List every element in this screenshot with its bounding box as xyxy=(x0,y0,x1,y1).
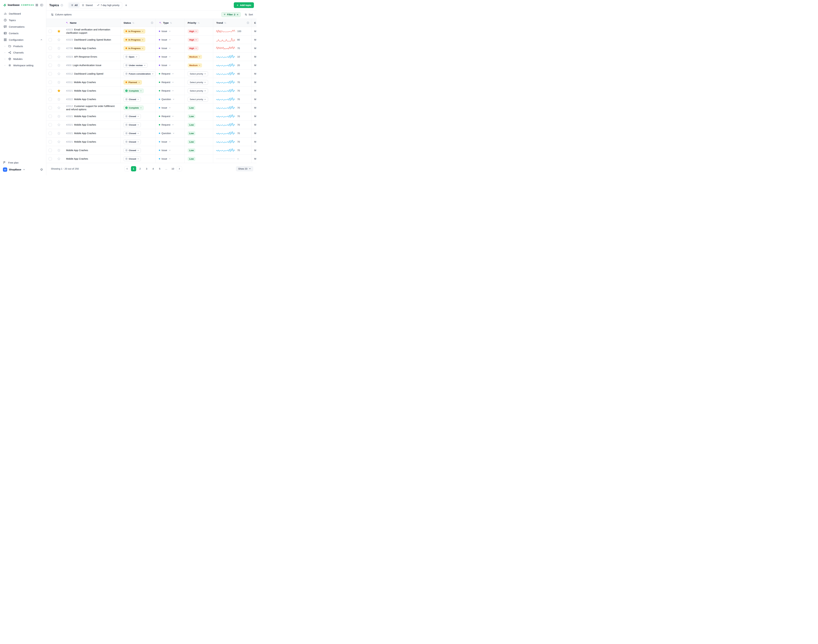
sort-arrows-icon[interactable] xyxy=(198,22,200,24)
column-header-priority[interactable]: Priority xyxy=(184,19,213,27)
topic-title[interactable]: Login Authentication Issue xyxy=(73,64,101,67)
type-dropdown[interactable]: Request xyxy=(159,72,174,75)
sort-arrows-icon[interactable] xyxy=(132,22,135,24)
star-toggle-icon[interactable] xyxy=(57,132,61,135)
status-dropdown[interactable]: Future consideration xyxy=(124,72,155,76)
type-dropdown[interactable]: Issue xyxy=(159,149,171,152)
star-toggle-icon[interactable] xyxy=(57,38,61,41)
type-dropdown[interactable]: Request xyxy=(159,115,174,118)
priority-dropdown[interactable]: Medium xyxy=(188,63,202,67)
type-dropdown[interactable]: Request xyxy=(159,89,174,92)
priority-dropdown[interactable]: High xyxy=(188,29,199,33)
table-row[interactable]: #2012 Customer support for order fulfill… xyxy=(46,104,256,112)
status-dropdown[interactable]: Complete xyxy=(124,106,144,110)
collapse-sidebar-icon[interactable] xyxy=(40,4,43,6)
priority-dropdown[interactable]: Low xyxy=(188,106,195,110)
row-checkbox[interactable] xyxy=(49,123,52,126)
star-toggle-icon[interactable] xyxy=(57,98,61,101)
table-row[interactable]: #2012 Dashboard Loading Speed Future con… xyxy=(46,69,256,78)
status-dropdown[interactable]: Closed xyxy=(124,97,141,101)
table-row[interactable]: #2021 Mobile App Crashes Closed Issue Lo… xyxy=(46,138,256,146)
star-toggle-icon[interactable] xyxy=(57,64,61,67)
priority-dropdown[interactable]: Select priority xyxy=(188,97,208,102)
topic-title[interactable]: Mobile App Crashes xyxy=(74,47,96,49)
status-dropdown[interactable]: Closed xyxy=(124,140,141,144)
page-button-3[interactable]: 3 xyxy=(144,166,149,172)
info-icon[interactable] xyxy=(247,21,249,24)
row-checkbox[interactable] xyxy=(49,98,52,101)
type-dropdown[interactable]: Question xyxy=(159,132,175,135)
topic-title[interactable]: Mobile App Crashes xyxy=(74,132,96,135)
priority-dropdown[interactable]: High xyxy=(188,38,199,42)
status-dropdown[interactable]: Complete xyxy=(124,89,144,93)
table-row[interactable]: #900 Login Authentication Issue Under re… xyxy=(46,61,256,69)
star-toggle-icon[interactable] xyxy=(57,47,61,50)
table-row[interactable]: #2023 API Response Errors Open Issue Med… xyxy=(46,52,256,61)
app-grid-icon[interactable] xyxy=(35,4,38,6)
sidebar-item-contacts[interactable]: Contacts xyxy=(2,30,44,36)
topic-title[interactable]: Dashboard Loading Speed xyxy=(74,72,103,75)
star-toggle-icon[interactable] xyxy=(57,123,61,126)
info-icon[interactable] xyxy=(61,4,63,6)
column-header-name[interactable]: Name xyxy=(63,19,120,27)
table-row[interactable]: Mobile App Crashes Closed Issue Low 70 M xyxy=(46,146,256,155)
sidebar-item-conversations[interactable]: Conversations xyxy=(2,23,44,30)
sidebar-item-configuration[interactable]: Configuration xyxy=(2,37,44,43)
sidebar-item-modules[interactable]: Modules xyxy=(2,56,44,62)
star-toggle-icon[interactable] xyxy=(57,30,61,33)
priority-dropdown[interactable]: Low xyxy=(188,140,195,144)
row-checkbox[interactable] xyxy=(49,72,52,75)
status-dropdown[interactable]: Open xyxy=(124,55,139,59)
table-row[interactable]: #2022 Mobile App Crashes Closed Question… xyxy=(46,95,256,104)
free-plan-item[interactable]: Free plan xyxy=(3,161,43,164)
sidebar-item-workspace-setting[interactable]: Workspace setting xyxy=(2,62,44,68)
column-options-button[interactable]: Column options xyxy=(51,13,72,16)
topic-title[interactable]: Mobile App Crashes xyxy=(74,140,96,143)
type-dropdown[interactable]: Issue xyxy=(159,38,171,41)
column-header-type[interactable]: Type xyxy=(156,19,184,27)
info-icon[interactable] xyxy=(151,21,153,24)
status-dropdown[interactable]: Planned xyxy=(124,80,142,84)
star-toggle-icon[interactable] xyxy=(57,81,61,84)
type-dropdown[interactable]: Issue xyxy=(159,106,171,109)
page-button-5[interactable]: 5 xyxy=(157,166,162,172)
tab-all[interactable]: All xyxy=(69,3,80,8)
status-dropdown[interactable]: Under review xyxy=(124,63,147,67)
star-toggle-icon[interactable] xyxy=(57,72,61,75)
table-row[interactable]: #2021 Mobile App Crashes Closed Question… xyxy=(46,129,256,138)
bell-icon[interactable] xyxy=(40,168,43,171)
priority-dropdown[interactable]: Select priority xyxy=(188,80,208,85)
type-dropdown[interactable]: Issue xyxy=(159,30,171,32)
row-checkbox[interactable] xyxy=(49,81,52,84)
row-checkbox[interactable] xyxy=(49,38,52,41)
priority-dropdown[interactable]: High xyxy=(188,46,199,51)
type-dropdown[interactable]: Question xyxy=(159,98,175,101)
close-icon[interactable] xyxy=(236,14,238,15)
priority-dropdown[interactable]: Low xyxy=(188,148,195,152)
row-checkbox[interactable] xyxy=(49,149,52,152)
add-view-button[interactable] xyxy=(124,3,128,7)
priority-dropdown[interactable]: Select priority xyxy=(188,89,208,93)
star-toggle-icon[interactable] xyxy=(57,115,61,118)
table-row[interactable]: #2023 Email verification and information… xyxy=(46,27,256,35)
page-button-4[interactable]: 4 xyxy=(150,166,156,172)
status-dropdown[interactable]: In Progress xyxy=(124,46,145,51)
page-size-select[interactable]: Show 20 xyxy=(236,166,253,172)
table-row[interactable]: #2011 Mobile App Crashes Planned Request… xyxy=(46,78,256,86)
type-dropdown[interactable]: Issue xyxy=(159,47,171,49)
star-toggle-icon[interactable] xyxy=(57,89,61,92)
row-checkbox[interactable] xyxy=(49,106,52,109)
star-toggle-icon[interactable] xyxy=(57,149,61,152)
brand-logo[interactable]: leanbaseCOMPASS xyxy=(3,3,34,7)
sidebar-item-channels[interactable]: Channels xyxy=(2,49,44,55)
sort-arrows-icon[interactable] xyxy=(170,22,172,24)
topic-title[interactable]: Mobile App Crashes xyxy=(74,115,96,118)
topic-title[interactable]: Dashboard Loading Speed Button xyxy=(74,38,111,41)
topic-title[interactable]: Mobile App Crashes xyxy=(74,81,96,84)
row-checkbox[interactable] xyxy=(49,132,52,135)
table-row[interactable]: #2021 Mobile App Crashes Complete Reques… xyxy=(46,86,256,95)
priority-dropdown[interactable]: Low xyxy=(188,123,195,127)
priority-dropdown[interactable]: Medium xyxy=(188,55,202,59)
row-checkbox[interactable] xyxy=(49,89,52,92)
workspace-switcher[interactable]: ShopBase xyxy=(3,167,43,172)
